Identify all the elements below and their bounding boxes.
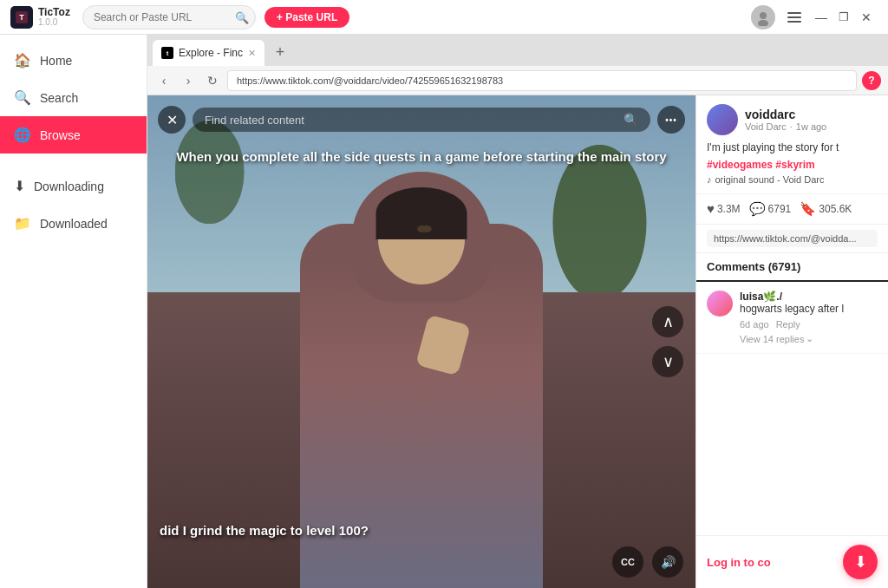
search-icon: 🔍 [14, 89, 31, 106]
right-panel: voiddarc Void Darc · 1w ago I'm just pla… [695, 95, 888, 588]
comment-username[interactable]: luisa🌿./ [740, 291, 878, 303]
video-area: ✕ Find related content 🔍 ••• When you co… [147, 95, 695, 588]
svg-point-2 [760, 12, 767, 19]
video-nav-arrows: ∧ ∨ [652, 306, 683, 377]
new-tab-button[interactable]: + [268, 40, 292, 64]
sidebar-downloaded-label: Downloaded [40, 217, 108, 231]
avatar-icon [754, 9, 772, 26]
downloading-icon: ⬇ [14, 178, 25, 194]
bookmark-icon: 🔖 [800, 201, 816, 217]
share-url-section: https://www.tiktok.com/@voidda... [696, 225, 888, 253]
author-section: voiddarc Void Darc · 1w ago I'm just pla… [696, 95, 888, 194]
hamburger-menu-button[interactable] [784, 9, 805, 26]
author-time: 1w ago [796, 121, 826, 132]
likes-stat: ♥ 3.3M [707, 201, 741, 216]
login-bar: Log in to co ⬇ [696, 535, 888, 588]
minimize-button[interactable]: — [810, 6, 832, 29]
video-nav-down-button[interactable]: ∨ [652, 346, 683, 377]
sidebar-item-downloaded[interactable]: 📁 Downloaded [0, 205, 147, 242]
comments-count: 6791 [768, 203, 792, 215]
comment-item: luisa🌿./ hogwarts legacy after l 6d ago … [696, 282, 888, 355]
video-subtitle: did I grind the magic to level 100? [160, 523, 683, 538]
likes-count: 3.3M [717, 203, 741, 215]
close-button[interactable]: ✕ [855, 6, 878, 29]
comment-icon: 💬 [749, 201, 766, 217]
find-related-search-icon: 🔍 [624, 113, 638, 127]
address-input[interactable] [227, 70, 857, 91]
back-button[interactable]: ‹ [154, 71, 173, 90]
sidebar: 🏠 Home 🔍 Search 🌐 Browse ⬇ Downloading 📁… [0, 35, 147, 588]
author-name: voiddarc [745, 108, 826, 121]
login-text[interactable]: Log in to co [707, 556, 771, 569]
sidebar-item-home[interactable]: 🏠 Home [0, 42, 147, 79]
sidebar-downloading-label: Downloading [34, 180, 104, 193]
video-caption-text: When you complete all the side quests in… [173, 147, 669, 166]
cc-button[interactable]: CC [612, 546, 643, 578]
author-meta: Void Darc · 1w ago [745, 121, 826, 132]
find-related-bar[interactable]: Find related content 🔍 [193, 108, 650, 132]
browser-content: ✕ Find related content 🔍 ••• When you co… [147, 95, 888, 588]
comments-stat: 💬 6791 [749, 201, 792, 217]
svg-point-3 [758, 20, 768, 26]
comment-reply-button[interactable]: Reply [776, 319, 800, 330]
bookmarks-stat: 🔖 305.6K [800, 201, 852, 217]
video-caption: When you complete all the side quests in… [147, 147, 695, 166]
author-avatar [707, 104, 738, 135]
author-handle: Void Darc [745, 121, 787, 132]
paste-url-button[interactable]: + Paste URL [264, 7, 349, 28]
titlebar-search-container: 🔍 [82, 5, 256, 29]
tiktok-tab-icon: t [161, 47, 173, 59]
video-sound: ♪ original sound - Void Darc [707, 174, 878, 185]
sidebar-item-downloading[interactable]: ⬇ Downloading [0, 167, 147, 205]
browse-icon: 🌐 [14, 127, 31, 143]
titlebar-search-input[interactable] [82, 5, 256, 29]
video-top-bar: ✕ Find related content 🔍 ••• [147, 95, 695, 144]
heart-icon: ♥ [707, 201, 715, 216]
comments-list: luisa🌿./ hogwarts legacy after l 6d ago … [696, 282, 888, 535]
address-bar: ‹ › ↻ ? [147, 66, 888, 95]
maximize-button[interactable]: ❐ [832, 6, 855, 29]
search-icon: 🔍 [235, 10, 249, 23]
forward-button[interactable]: › [179, 71, 198, 90]
browser-tab[interactable]: t Explore - Finc ✕ [153, 40, 264, 66]
comment-avatar [707, 291, 733, 317]
help-button[interactable]: ? [862, 71, 881, 90]
content-area: t Explore - Finc ✕ + ‹ › ↻ ? [147, 35, 888, 588]
sidebar-item-search-label: Search [40, 91, 78, 105]
home-icon: 🏠 [14, 52, 31, 69]
reload-button[interactable]: ↻ [203, 71, 222, 90]
comment-time: 6d ago [740, 319, 769, 330]
find-related-text: Find related content [205, 114, 617, 127]
volume-button[interactable]: 🔊 [652, 546, 683, 578]
app-logo-icon: T [15, 10, 29, 24]
browser-tabs-bar: t Explore - Finc ✕ + [147, 35, 888, 66]
bookmarks-count: 305.6K [819, 203, 852, 215]
chevron-down-icon: ⌄ [806, 333, 813, 344]
comments-header: Comments (6791) [696, 253, 888, 282]
video-bottom: did I grind the magic to level 100? CC 🔊 [147, 514, 695, 588]
titlebar: T TicToz 1.0.0 🔍 + Paste URL — ❐ ✕ [0, 0, 888, 35]
video-controls-row: CC 🔊 [160, 546, 683, 578]
sidebar-item-browse-label: Browse [40, 128, 81, 142]
download-fab-button[interactable]: ⬇ [843, 545, 878, 579]
video-tags[interactable]: #videogames #skyrim [707, 159, 878, 171]
tab-close-button[interactable]: ✕ [248, 48, 256, 59]
view-replies-button[interactable]: View 14 replies ⌄ [740, 333, 878, 344]
app-version: 1.0.0 [38, 18, 70, 27]
downloaded-icon: 📁 [14, 215, 31, 232]
app-logo: T [10, 6, 33, 29]
svg-text:T: T [19, 13, 24, 22]
stats-row: ♥ 3.3M 💬 6791 🔖 305.6K [696, 194, 888, 225]
sidebar-item-browse[interactable]: 🌐 Browse [0, 116, 147, 154]
sidebar-item-home-label: Home [40, 54, 72, 68]
comment-text: hogwarts legacy after l [740, 303, 878, 317]
share-url-text[interactable]: https://www.tiktok.com/@voidda... [707, 230, 878, 247]
sidebar-item-search[interactable]: 🔍 Search [0, 79, 147, 116]
video-more-button[interactable]: ••• [657, 106, 685, 134]
view-replies-text: View 14 replies [740, 334, 804, 344]
avatar [751, 5, 775, 29]
music-icon: ♪ [707, 174, 712, 185]
video-nav-up-button[interactable]: ∧ [652, 306, 683, 337]
tab-label: Explore - Finc [179, 47, 243, 59]
video-close-button[interactable]: ✕ [158, 106, 186, 134]
